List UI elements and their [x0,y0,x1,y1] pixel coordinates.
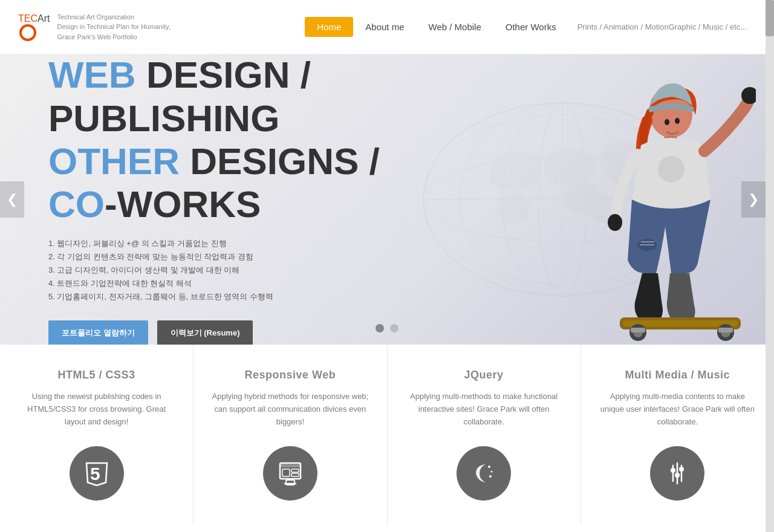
svg-rect-29 [282,469,290,476]
logo-o-circle [19,24,36,41]
svg-rect-26 [280,464,301,467]
main-nav: Home About me Web / Mobile Other Works P… [305,17,756,37]
nav-dropdown[interactable]: Prints / Animation / MotionGraphic / Mus… [568,18,756,36]
hero-list-item-2: 2. 각 기업의 컨텐츠와 전략에 맞는 능동적인 작업력과 경험 [48,251,411,262]
jquery-svg-icon [469,458,499,488]
hero-buttons: 포트폴리오 열람하기 이력보기 (Resume) [48,320,411,345]
feature-html5: HTML5 / CSS3 Using the newest publishing… [0,345,194,525]
svg-point-14 [608,214,622,231]
feature-jquery-title: JQuery [406,369,562,381]
hero-list-item-4: 4. 트랜드와 기업전략에 대한 현실적 해석 [48,278,411,289]
scrollbar-thumb[interactable] [766,0,774,36]
resume-button[interactable]: 이력보기 (Resume) [157,320,253,345]
hero-title-works: -WORKS [105,183,261,225]
hero-list: 1. 웹디자인, 퍼블리싱 +@ 의 스킬과 거품없는 진행 2. 각 기업의 … [48,238,411,302]
carousel-dot-2[interactable] [390,324,398,332]
svg-point-38 [671,468,675,473]
svg-point-12 [658,156,685,183]
hero-title-web: WEB [48,54,136,96]
svg-rect-31 [291,473,299,476]
logo[interactable]: TECArt [18,13,50,41]
scrollbar[interactable] [766,0,774,525]
hero-title-co: CO [48,183,105,225]
nav-about[interactable]: About me [353,17,416,37]
skater-svg [526,66,756,345]
feature-jquery-icon [457,446,511,501]
multimedia-svg-icon [662,458,692,488]
feature-multimedia: Multi Media / Music Applying multi-media… [581,345,774,525]
feature-multimedia-title: Multi Media / Music [599,369,756,381]
feature-responsive-icon [263,446,317,501]
svg-point-40 [679,467,684,472]
hero-content: WEB DESIGN / PUBLISHING OTHER DESIGNS / … [0,54,460,345]
logo-tec: TEC [18,13,37,24]
svg-point-9 [665,119,669,125]
carousel-dots [376,324,398,332]
hero-title: WEB DESIGN / PUBLISHING OTHER DESIGNS / … [48,54,411,226]
portfolio-button[interactable]: 포트폴리오 열람하기 [48,320,148,345]
logo-art: Art [37,13,50,24]
feature-responsive: Responsive Web Applying hybrid methods f… [194,345,387,525]
feature-jquery: JQuery Applying multi-methods to make fu… [388,345,581,525]
nav-home[interactable]: Home [305,17,353,37]
hero-list-item-5: 5. 기업홈페이지, 전자거래, 그룹웨어 등, 브로드한 영역의 수행력 [48,291,411,302]
svg-point-34 [489,475,492,478]
hero-section: ❮ WEB DESIGN / PUBLISHING OTHER DESIGNS … [0,54,774,345]
svg-point-10 [675,118,680,124]
svg-point-32 [488,465,490,468]
svg-rect-22 [631,328,645,332]
feature-html5-icon: 5 [70,446,124,501]
carousel-next-arrow[interactable]: ❯ [741,181,766,218]
logo-area: TECArt Technical Art Organization Design… [18,12,187,42]
feature-jquery-desc: Applying multi-methods to make functiona… [406,391,562,428]
nav-other-works[interactable]: Other Works [493,17,568,37]
hero-title-designs: DESIGNS / [180,140,380,182]
carousel-prev-arrow[interactable]: ❮ [0,181,24,218]
carousel-dot-1[interactable] [376,324,384,332]
hero-list-item-3: 3. 고급 디자인력, 아이디어 생산력 및 개발에 대한 이해 [48,265,411,276]
nav-web-mobile[interactable]: Web / Mobile [417,17,493,37]
responsive-svg-icon [275,458,305,488]
site-header: TECArt Technical Art Organization Design… [0,0,774,54]
feature-html5-title: HTML5 / CSS3 [18,369,175,381]
feature-multimedia-desc: Applying multi-media contents to make un… [599,391,756,428]
svg-point-39 [675,473,680,478]
html5-svg-icon: 5 [82,458,112,488]
hero-image [460,54,774,345]
svg-rect-30 [291,469,299,472]
hero-title-line2: OTHER DESIGNS / CO-WORKS [48,140,411,226]
features-section: HTML5 / CSS3 Using the newest publishing… [0,345,774,525]
hero-list-item-1: 1. 웹디자인, 퍼블리싱 +@ 의 스킬과 거품없는 진행 [48,238,411,249]
feature-html5-desc: Using the newest publishing codes in HTM… [18,391,175,428]
feature-multimedia-icon [650,446,704,501]
hero-title-other: OTHER [48,140,180,182]
logo-tagline: Technical Art Organization Design in Tec… [57,12,170,42]
svg-point-33 [491,471,493,473]
svg-rect-23 [718,328,733,332]
hero-title-line1: WEB DESIGN / PUBLISHING [48,54,411,140]
feature-responsive-desc: Applying hybrid methods for responsive w… [212,391,368,428]
svg-text:5: 5 [90,464,100,484]
feature-responsive-title: Responsive Web [212,369,368,381]
